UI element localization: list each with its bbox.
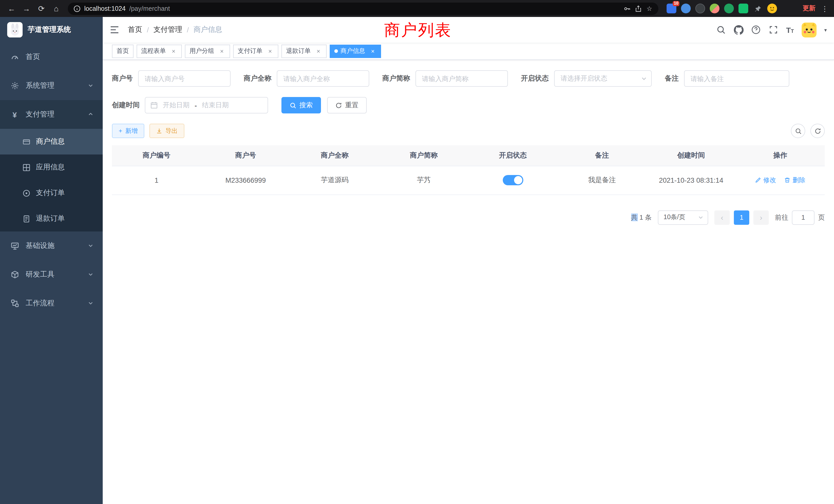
cell-status (468, 166, 557, 194)
document-icon (23, 215, 30, 223)
tags-view: 首页 流程表单× 用户分组× 支付订单× 退款订单× 商户信息× (103, 43, 834, 60)
sidebar-group-pay: ¥ 支付管理 商户信息 应用信息 (0, 100, 103, 231)
close-icon[interactable]: × (266, 47, 274, 55)
browser-menu-icon[interactable]: ⋮ (821, 4, 829, 13)
sidebar-item-devtools[interactable]: 研发工具 (0, 260, 103, 289)
sidebar-item-home[interactable]: 首页 (0, 43, 103, 71)
browser-extensions: 10 (666, 4, 777, 13)
browser-home-icon[interactable]: ⌂ (50, 2, 63, 15)
next-page-button[interactable]: › (753, 210, 769, 225)
help-icon[interactable] (751, 25, 761, 35)
merchant-fullname-input[interactable] (277, 70, 369, 87)
avatar-extension-icon[interactable] (710, 4, 720, 13)
browser-back-icon[interactable]: ← (5, 2, 18, 15)
close-icon[interactable]: × (218, 47, 225, 55)
password-key-icon[interactable] (623, 5, 631, 12)
sidebar-item-pay-order[interactable]: 支付订单 (0, 180, 103, 206)
table-header-row: 商户编号 商户号 商户全称 商户简称 开启状态 备注 创建时间 操作 (112, 145, 825, 166)
github-icon[interactable] (733, 25, 743, 35)
calendar-icon (151, 101, 158, 109)
chevron-down-icon (88, 271, 93, 279)
edit-button[interactable]: 修改 (755, 176, 776, 184)
sidebar-item-pay[interactable]: ¥ 支付管理 (0, 100, 103, 129)
app-logo[interactable]: 芋道管理系统 (0, 17, 103, 43)
date-range-picker[interactable]: 开始日期 - 结束日期 (145, 97, 268, 113)
col-status: 开启状态 (468, 145, 557, 166)
sidebar: 芋道管理系统 首页 系统管理 ¥ 支付管理 (0, 17, 103, 504)
green-circle-extension-icon[interactable] (724, 4, 734, 13)
refresh-icon[interactable] (810, 124, 825, 138)
sidebar-item-label: 退款订单 (36, 214, 65, 223)
dark-extension-icon[interactable] (695, 4, 705, 13)
location-pin-extension-icon[interactable] (681, 4, 691, 13)
sidebar-item-merchant-info[interactable]: 商户信息 (0, 129, 103, 155)
green-square-extension-icon[interactable] (739, 4, 748, 13)
workflow-icon (10, 299, 19, 308)
add-button[interactable]: + 新增 (112, 124, 144, 138)
delete-button[interactable]: 删除 (785, 176, 806, 184)
filter-label: 开启状态 (521, 74, 549, 83)
close-icon[interactable]: × (369, 47, 376, 55)
sidebar-item-label: 工作流程 (26, 299, 54, 308)
tag-pay-order[interactable]: 支付订单× (233, 44, 278, 58)
address-bar[interactable]: localhost:1024/pay/merchant ☆ (68, 2, 658, 15)
user-avatar[interactable] (802, 22, 816, 37)
tag-merchant-info[interactable]: 商户信息× (330, 44, 381, 58)
tag-process-form[interactable]: 流程表单× (137, 44, 182, 58)
remark-input[interactable] (684, 70, 789, 87)
sidebar-item-workflow[interactable]: 工作流程 (0, 289, 103, 318)
sidebar-item-label: 研发工具 (26, 270, 54, 279)
end-date-placeholder: 结束日期 (202, 100, 229, 110)
browser-reload-icon[interactable]: ⟳ (35, 2, 48, 15)
sidebar-item-refund-order[interactable]: 退款订单 (0, 206, 103, 231)
smiley-profile-icon[interactable] (767, 4, 777, 13)
navbar: 首页 / 支付管理 / 商户信息 (103, 17, 834, 43)
merchant-shortname-input[interactable] (415, 70, 508, 87)
browser-update-button[interactable]: 更新 (799, 4, 818, 13)
pushpin-extension-icon[interactable] (753, 4, 763, 13)
close-icon[interactable]: × (170, 47, 177, 55)
site-info-icon[interactable] (73, 5, 81, 12)
sidebar-item-app-info[interactable]: 应用信息 (0, 155, 103, 180)
date-separator: - (195, 101, 197, 109)
cell-remark: 我是备注 (557, 166, 646, 194)
export-button[interactable]: 导出 (150, 124, 184, 138)
browser-forward-icon[interactable]: → (20, 2, 33, 15)
avatar-caret-icon[interactable]: ▾ (824, 27, 827, 32)
sidebar-item-infra[interactable]: 基础设施 (0, 231, 103, 260)
plus-icon: + (118, 127, 122, 135)
search-button[interactable]: 搜索 (281, 97, 321, 113)
monitor-icon (10, 242, 19, 250)
col-short-name: 商户简称 (379, 145, 468, 166)
filter-label: 商户简称 (382, 74, 410, 83)
cell-full-name: 芋道源码 (290, 166, 379, 194)
url-host: localhost:1024 (84, 5, 126, 12)
tag-user-group[interactable]: 用户分组× (185, 44, 230, 58)
sidebar-item-label: 首页 (26, 52, 40, 62)
toggle-search-icon[interactable] (791, 124, 805, 138)
share-icon[interactable] (634, 5, 642, 12)
tag-home[interactable]: 首页 (112, 44, 133, 58)
font-size-icon[interactable]: TT (786, 25, 794, 34)
hamburger-icon[interactable] (109, 25, 120, 35)
breadcrumb-pay[interactable]: 支付管理 (154, 25, 182, 35)
search-icon[interactable] (716, 25, 726, 35)
close-icon[interactable]: × (315, 47, 322, 55)
fullscreen-icon[interactable] (769, 25, 778, 35)
page-size-select[interactable]: 10条/页 (658, 210, 708, 225)
status-toggle[interactable] (503, 175, 523, 185)
browser-toolbar: ← → ⟳ ⌂ localhost:1024/pay/merchant ☆ 10 (0, 0, 834, 17)
sidebar-item-system[interactable]: 系统管理 (0, 71, 103, 100)
page-1-button[interactable]: 1 (734, 210, 749, 225)
status-select[interactable]: 请选择开启状态 (554, 70, 652, 87)
merchant-no-input[interactable] (138, 70, 230, 87)
bookmark-star-icon[interactable]: ☆ (645, 5, 653, 12)
total-count: 共 1 条 (631, 213, 652, 222)
breadcrumb-home[interactable]: 首页 (128, 25, 142, 35)
page-content: 商户号 商户全称 商户简称 开启状态 请选择开启状态 (103, 60, 834, 504)
prev-page-button[interactable]: ‹ (714, 210, 730, 225)
reset-button[interactable]: 重置 (327, 97, 367, 113)
browser-extension-icon[interactable]: 10 (666, 4, 676, 13)
tag-refund-order[interactable]: 退款订单× (281, 44, 327, 58)
goto-page-input[interactable] (792, 210, 814, 225)
